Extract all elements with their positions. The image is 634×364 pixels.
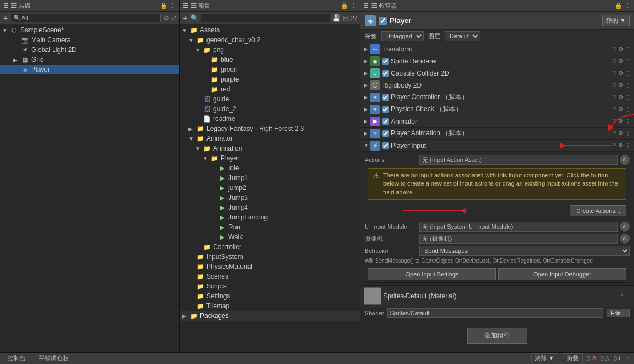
proj-readme[interactable]: 📄 readme xyxy=(180,114,360,124)
proj-physics[interactable]: 📁 PhysicsMaterial xyxy=(180,262,360,271)
assets-root[interactable]: ▼ 📁 Assets xyxy=(180,25,360,35)
pa-help-icon[interactable]: ? xyxy=(613,130,616,136)
player-animation-checkbox[interactable] xyxy=(382,130,389,137)
pi-menu-icon[interactable]: ⋮ xyxy=(625,142,631,148)
proj-inputsystem[interactable]: 📁 InputSystem xyxy=(180,252,360,262)
proj-animator[interactable]: ▼ 📁 Animator xyxy=(180,134,360,143)
clear-button[interactable]: 清除 ▼ xyxy=(531,353,558,363)
hierarchy-search-input[interactable] xyxy=(21,15,158,21)
component-capsule-collider[interactable]: ▶ 0 Capsule Collider 2D ? ⚙ ⋮ xyxy=(360,67,634,79)
open-input-settings-button[interactable]: Open Input Settings xyxy=(368,268,496,280)
player-input-checkbox[interactable] xyxy=(382,142,389,149)
capsule-menu-icon[interactable]: ⋮ xyxy=(625,70,631,76)
inspector-lock-icon[interactable]: 🔒 xyxy=(615,2,623,9)
anim-menu-icon[interactable]: ⋮ xyxy=(625,118,631,124)
layer-select[interactable]: Default xyxy=(445,31,480,41)
transform-help-icon[interactable]: ? xyxy=(613,46,616,52)
component-player-input[interactable]: ▼ ⚡ Player Input ? ⚙ ⋮ xyxy=(360,140,634,152)
proj-controller[interactable]: 📁 Controller xyxy=(180,242,360,252)
pa-menu-icon[interactable]: ⋮ xyxy=(625,130,631,136)
project-save-icon[interactable]: 💾 xyxy=(332,14,341,22)
proj-green[interactable]: 📁 green xyxy=(180,65,360,74)
collapse-button[interactable]: 折叠 xyxy=(563,353,583,363)
sprite-settings-icon[interactable]: ⚙ xyxy=(618,58,623,64)
rigidbody-settings-icon[interactable]: ⚙ xyxy=(618,82,623,88)
phcheck-menu-icon[interactable]: ⋮ xyxy=(625,106,631,112)
hierarchy-menu-icon[interactable]: ⋮ xyxy=(170,2,176,9)
proj-scenes[interactable]: 📁 Scenes xyxy=(180,271,360,281)
proj-jump3[interactable]: ▶ Jump3 xyxy=(180,193,360,203)
phcheck-help-icon[interactable]: ? xyxy=(613,106,616,112)
pi-actions-select[interactable]: ⊙ xyxy=(620,155,630,165)
proj-scripts[interactable]: 📁 Scripts xyxy=(180,281,360,291)
proj-legacy[interactable]: ▶ 📁 Legacy-Fantasy - High Forest 2.3 xyxy=(180,124,360,134)
proj-idle[interactable]: ▶ Idle xyxy=(180,163,360,173)
sprite-help-icon[interactable]: ? xyxy=(613,58,616,64)
hierarchy-main-camera[interactable]: 📷 Main Camera xyxy=(0,35,179,45)
hierarchy-player[interactable]: ◈ Player xyxy=(0,65,179,74)
proj-anim-player[interactable]: ▼ 📁 Player xyxy=(180,153,360,163)
player-controller-checkbox[interactable] xyxy=(382,94,389,101)
inspector-menu-icon[interactable]: ⋮ xyxy=(625,2,631,9)
anim-help-icon[interactable]: ? xyxy=(613,118,616,124)
proj-purple[interactable]: 📁 purple xyxy=(180,74,360,84)
proj-blue[interactable]: 📁 blue xyxy=(180,55,360,65)
pi-behavior-select[interactable]: Send Messages xyxy=(419,246,630,256)
scene-item[interactable]: ▼ ⬡ SampleScene* xyxy=(0,25,179,35)
proj-walk[interactable]: ▶ Walk xyxy=(180,232,360,242)
proj-jump4[interactable]: ▶ Jump4 xyxy=(180,203,360,212)
capsule-help-icon[interactable]: ? xyxy=(613,70,616,76)
project-layout-icon[interactable]: ▤ xyxy=(343,14,349,22)
pi-actions-input[interactable] xyxy=(419,155,618,165)
component-transform[interactable]: ▶ ↔ Transform ? ⚙ ⋮ xyxy=(360,43,634,55)
static-button[interactable]: 静的 ▼ xyxy=(602,15,630,26)
animator-checkbox[interactable] xyxy=(382,118,389,125)
bottom-options-icon[interactable]: ⋮ xyxy=(625,355,631,362)
proj-guide[interactable]: 🖼 guide xyxy=(180,94,360,104)
proj-red[interactable]: 📁 red xyxy=(180,84,360,94)
project-add-button[interactable]: + xyxy=(182,14,188,22)
sprite-menu-icon[interactable]: ⋮ xyxy=(625,58,631,64)
transform-menu-icon[interactable]: ⋮ xyxy=(625,46,631,52)
rigidbody-help-icon[interactable]: ? xyxy=(613,82,616,88)
hierarchy-grid[interactable]: ▶ ▦ Grid xyxy=(0,55,179,65)
pi-ui-input-field[interactable] xyxy=(419,222,618,232)
player-active-checkbox[interactable] xyxy=(379,17,387,25)
sprite-renderer-checkbox[interactable] xyxy=(382,58,389,65)
pi-settings-icon[interactable]: ⚙ xyxy=(618,142,623,148)
component-animator[interactable]: ▶ ▶ Animator ? ⚙ ⋮ xyxy=(360,115,634,128)
pi-camera-field[interactable] xyxy=(419,234,618,244)
hierarchy-global-light[interactable]: ☀ Global Light 2D xyxy=(0,45,179,55)
project-search-input[interactable] xyxy=(201,14,330,22)
shader-value[interactable] xyxy=(387,308,603,318)
pi-help-icon[interactable]: ? xyxy=(613,142,616,148)
proj-generic-char[interactable]: ▼ 📁 generic_char_v0.2 xyxy=(180,35,360,45)
open-input-debugger-button[interactable]: Open Input Debugger xyxy=(498,268,626,280)
capsule-collider-checkbox[interactable] xyxy=(382,70,389,77)
component-player-animation[interactable]: ▶ # Player Animation （脚本） ? ⚙ ⋮ xyxy=(360,128,634,140)
component-sprite-renderer[interactable]: ▶ ▣ Sprite Renderer ? ⚙ ⋮ xyxy=(360,55,634,67)
tag-select[interactable]: Untagged xyxy=(381,31,424,41)
proj-settings[interactable]: 📁 Settings xyxy=(180,291,360,301)
edit-shader-button[interactable]: Edit... xyxy=(607,309,630,317)
tilemap-tab[interactable]: 平铺调色板 xyxy=(34,353,73,363)
material-menu-icon[interactable]: ⋮ xyxy=(625,293,631,300)
create-actions-button[interactable]: Create Actions... xyxy=(570,205,626,216)
component-player-controller[interactable]: ▶ # Player Controller （脚本） ? ⚙ ⋮ xyxy=(360,91,634,103)
proj-png[interactable]: ▼ 📁 png xyxy=(180,45,360,55)
proj-packages[interactable]: ▶ 📁 Packages xyxy=(180,311,360,321)
material-help-icon[interactable]: ? xyxy=(619,293,623,299)
phcheck-settings-icon[interactable]: ⚙ xyxy=(618,106,623,112)
rigidbody-menu-icon[interactable]: ⋮ xyxy=(625,82,631,88)
pi-camera-select[interactable]: ⊙ xyxy=(620,234,630,244)
proj-tilemap[interactable]: 📁 Tilemap xyxy=(180,301,360,311)
component-physics-check[interactable]: ▶ # Physics Check （脚本） ? ⚙ ⋮ xyxy=(360,103,634,115)
proj-jump2[interactable]: ▶ jump2 xyxy=(180,183,360,193)
proj-jumplanding[interactable]: ▶ JumpLanding xyxy=(180,212,360,222)
proj-jump1[interactable]: ▶ Jump1 xyxy=(180,173,360,183)
pc-help-icon[interactable]: ? xyxy=(613,94,616,100)
hierarchy-add-button[interactable]: + xyxy=(2,14,9,22)
transform-settings-icon[interactable]: ⚙ xyxy=(618,46,623,52)
pa-settings-icon[interactable]: ⚙ xyxy=(618,130,623,136)
add-component-button[interactable]: 添加组件 xyxy=(467,328,527,344)
